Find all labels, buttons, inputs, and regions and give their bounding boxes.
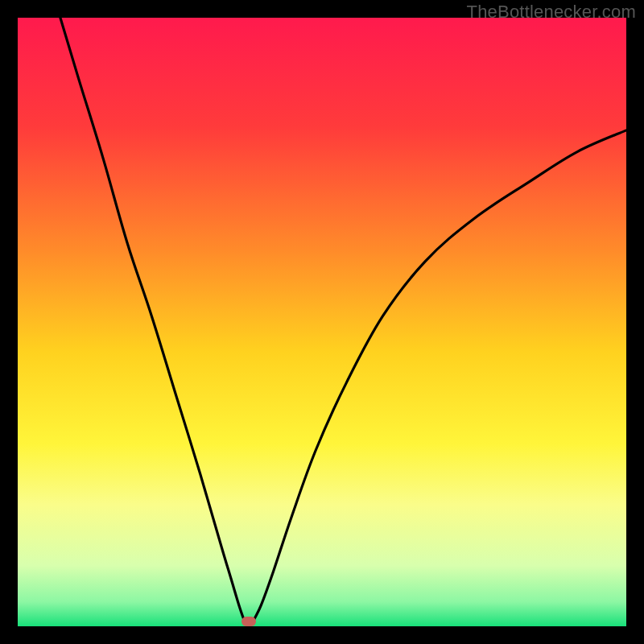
chart-area — [18, 18, 626, 626]
watermark-text: TheBottlenecker.com — [467, 2, 636, 23]
right-branch-line — [252, 130, 626, 623]
left-branch-line — [60, 18, 246, 623]
curve-layer — [18, 18, 626, 626]
data-marker — [242, 617, 256, 626]
